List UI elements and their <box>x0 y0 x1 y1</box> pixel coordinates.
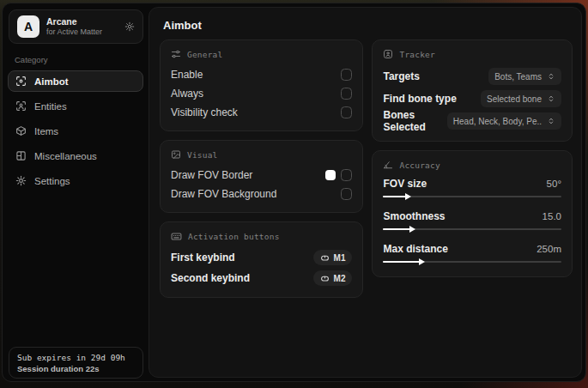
screen: A Arcane for Active Matter Category Aimb… <box>0 0 588 388</box>
sidebar-item-entities[interactable]: Entities <box>8 95 143 117</box>
fov-size-slider[interactable] <box>383 193 561 201</box>
visual-card: Visual Draw FOV Border Draw FOV Backgrou… <box>160 140 363 213</box>
slider-thumb[interactable] <box>405 193 411 200</box>
caret-sort-icon <box>547 94 555 103</box>
sidebar: A Arcane for Active Matter Category Aimb… <box>3 3 149 381</box>
image-icon <box>171 149 181 160</box>
setting-row-draw-fov-background: Draw FOV Background <box>171 185 352 203</box>
setting-label: Max distance <box>383 243 447 255</box>
setting-label: Targets <box>383 70 419 82</box>
draw-fov-background-checkbox[interactable] <box>341 188 352 200</box>
dropdown-value: Head, Neck, Body, Pe.. <box>453 117 542 126</box>
setting-row-always: Always <box>171 84 352 103</box>
sidebar-item-items[interactable]: Items <box>8 120 143 142</box>
sidebar-item-label: Settings <box>34 176 70 186</box>
section-title: General <box>187 50 222 59</box>
setting-label: Visibility check <box>171 106 238 118</box>
draw-fov-border-checkbox[interactable] <box>341 169 352 181</box>
enable-checkbox[interactable] <box>341 69 352 81</box>
setting-label: Second keybind <box>171 272 250 284</box>
accuracy-card: Accuracy FOV size 50° <box>372 150 573 277</box>
sidebar-item-aimbot[interactable]: Aimbot <box>8 70 143 92</box>
caret-sort-icon <box>547 72 555 81</box>
subscription-info-card: Sub expires in 29d 09h Session duration … <box>9 347 143 379</box>
app-header-card: A Arcane for Active Matter <box>9 9 143 44</box>
bones-selected-dropdown[interactable]: Head, Neck, Body, Pe.. <box>447 112 561 130</box>
setting-row-visibility-check: Visibility check <box>171 103 352 122</box>
gear-icon <box>15 175 27 186</box>
setting-row-draw-fov-border: Draw FOV Border <box>171 166 352 185</box>
general-card: General Enable Always Visibility check <box>160 39 363 131</box>
setting-label: Draw FOV Background <box>171 188 276 200</box>
setting-label: Bones Selected <box>383 109 441 133</box>
setting-row-first-keybind: First keybind M1 <box>171 247 352 268</box>
setting-label: Draw FOV Border <box>171 169 252 181</box>
setting-row-targets: Targets Bots, Teams <box>383 65 561 88</box>
crosshair-scan-icon <box>15 76 27 87</box>
sidebar-item-label: Miscellaneous <box>34 151 97 161</box>
slider-value: 250m <box>536 244 561 254</box>
app-subtitle: for Active Matter <box>46 27 118 37</box>
targets-dropdown[interactable]: Bots, Teams <box>488 68 561 85</box>
setting-row-enable: Enable <box>171 65 352 84</box>
grid-icon <box>15 150 27 161</box>
setting-label: Enable <box>171 69 203 81</box>
section-title: Accuracy <box>399 161 439 170</box>
sub-expires-text: Sub expires in 29d 09h <box>17 353 135 362</box>
category-label: Category <box>15 55 149 64</box>
setting-row-bones-selected: Bones Selected Head, Neck, Body, Pe.. <box>383 110 561 132</box>
app-window: A Arcane for Active Matter Category Aimb… <box>2 3 586 382</box>
visibility-check-checkbox[interactable] <box>341 106 352 118</box>
setting-row-find-bone-type: Find bone type Selected bone <box>383 88 561 110</box>
fov-border-color-swatch[interactable] <box>325 170 336 180</box>
sidebar-item-miscellaneous[interactable]: Miscellaneous <box>8 145 143 167</box>
smoothness-slider[interactable] <box>383 226 561 233</box>
cube-icon <box>15 125 27 136</box>
section-title: Tracker <box>399 50 434 59</box>
sidebar-nav: Aimbot Entities Items Miscellaneous <box>3 70 149 191</box>
gear-icon[interactable] <box>124 21 135 32</box>
sidebar-item-label: Items <box>34 126 58 136</box>
mouse-icon <box>320 274 330 283</box>
setting-row-smoothness: Smoothness 15.0 <box>383 209 561 233</box>
person-scan-icon <box>15 100 27 112</box>
sidebar-item-label: Entities <box>34 101 67 112</box>
section-title: Visual <box>187 150 218 160</box>
keybind-value: M1 <box>334 253 346 263</box>
setting-label: FOV size <box>383 178 427 190</box>
always-checkbox[interactable] <box>341 88 352 100</box>
tracker-card: Tracker Targets Bots, Teams Find bone <box>372 39 573 142</box>
setting-label: Always <box>171 88 203 100</box>
sliders-icon <box>171 49 181 59</box>
tracker-icon <box>383 49 393 59</box>
slider-thumb[interactable] <box>409 226 415 233</box>
angle-icon <box>383 160 393 170</box>
slider-value: 50° <box>547 179 561 189</box>
session-duration-text: Session duration 22s <box>17 364 135 373</box>
dropdown-value: Selected bone <box>487 94 542 104</box>
caret-sort-icon <box>547 117 555 125</box>
setting-row-max-distance: Max distance 250m <box>383 241 561 266</box>
setting-row-second-keybind: Second keybind M2 <box>171 268 352 288</box>
mouse-icon <box>320 253 330 263</box>
section-title: Activation buttons <box>188 232 280 241</box>
keyboard-icon <box>171 231 182 242</box>
setting-label: Smoothness <box>383 210 445 222</box>
activation-buttons-card: Activation buttons First keybind M1 Se <box>160 221 363 298</box>
app-logo: A <box>17 15 39 38</box>
slider-value: 15.0 <box>543 211 561 221</box>
keybind-value: M2 <box>334 274 346 283</box>
sidebar-item-settings[interactable]: Settings <box>8 170 143 191</box>
setting-label: Find bone type <box>383 93 456 105</box>
dropdown-value: Bots, Teams <box>494 72 542 82</box>
sidebar-item-label: Aimbot <box>34 76 69 87</box>
second-keybind-button[interactable]: M2 <box>313 270 353 286</box>
app-name: Arcane <box>46 16 118 27</box>
find-bone-type-dropdown[interactable]: Selected bone <box>481 90 561 107</box>
setting-row-fov-size: FOV size 50° <box>383 176 561 201</box>
slider-thumb[interactable] <box>419 258 425 265</box>
max-distance-slider[interactable] <box>383 258 561 266</box>
setting-label: First keybind <box>171 252 235 264</box>
main-panel: Aimbot General Enable <box>149 7 582 378</box>
first-keybind-button[interactable]: M1 <box>313 250 353 265</box>
